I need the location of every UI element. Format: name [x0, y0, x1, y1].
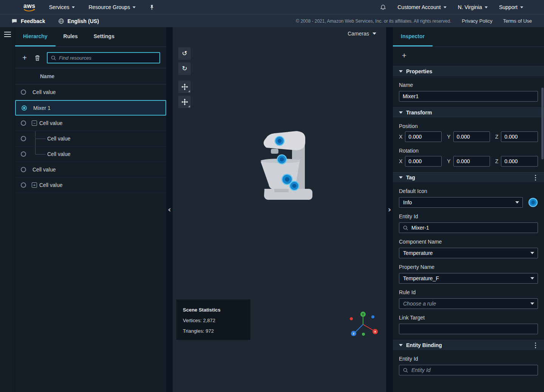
axis-neg-x-dot[interactable] [350, 317, 353, 320]
cameras-dropdown[interactable]: Cameras [348, 31, 376, 37]
menu-icon[interactable] [4, 32, 11, 39]
pan-tool-button[interactable] [178, 96, 191, 108]
default-icon-select[interactable]: Info [399, 197, 523, 208]
privacy-policy-link[interactable]: Privacy Policy [462, 18, 493, 24]
transform-section-header[interactable]: Transform [393, 107, 544, 117]
tree-row-child[interactable]: Cell value [15, 131, 166, 147]
rule-id-select[interactable]: Choose a rule [399, 298, 538, 309]
tab-inspector[interactable]: Inspector [393, 27, 433, 46]
tag-anchor-icon[interactable] [290, 181, 299, 190]
name-input[interactable] [399, 91, 538, 102]
link-target-input[interactable] [399, 324, 538, 334]
binding-entity-id-search[interactable] [399, 365, 538, 375]
tree-connector [35, 147, 36, 154]
position-inputs-row: X Y Z [399, 131, 538, 142]
radio-button[interactable] [21, 151, 26, 157]
axis-x-handle[interactable]: X [372, 329, 378, 334]
language-selector[interactable]: English (US) [58, 18, 99, 24]
component-name-select[interactable]: Temperature [399, 248, 538, 258]
collapse-right-panel-button[interactable]: › [388, 205, 391, 214]
position-x-input[interactable] [405, 131, 442, 142]
position-y-input[interactable] [453, 131, 490, 142]
tab-hierarchy[interactable]: Hierarchy [15, 27, 56, 46]
mixer-3d-model[interactable] [253, 128, 317, 204]
position-y-label: Y [447, 134, 450, 140]
entity-binding-menu-kebab-icon[interactable] [533, 342, 538, 348]
translate-tool-button[interactable] [178, 80, 191, 93]
notifications-bell-icon[interactable] [380, 4, 386, 11]
terms-of-use-link[interactable]: Terms of Use [503, 18, 532, 24]
inspector-scrollbar[interactable] [541, 88, 544, 159]
collapse-left-panel-button[interactable]: ‹ [168, 205, 171, 214]
nav-services[interactable]: Services [49, 4, 75, 10]
axis-neg-y-dot[interactable] [362, 333, 365, 336]
axis-neg-z-dot[interactable] [371, 315, 374, 318]
scene-3d-viewport[interactable]: Cameras ↺ ↻ [173, 27, 386, 392]
svg-text:Z: Z [353, 332, 355, 335]
tag-section-header[interactable]: Tag [393, 172, 544, 182]
tag-anchor-icon[interactable] [275, 136, 284, 145]
nav-account-menu[interactable]: Customer Account [397, 4, 446, 10]
svg-text:X: X [374, 330, 376, 333]
radio-button[interactable] [21, 182, 26, 188]
entity-binding-section-header[interactable]: Entity Binding [393, 340, 544, 350]
radio-button[interactable] [21, 120, 26, 126]
radio-button-checked[interactable] [22, 105, 27, 111]
tag-entity-id-input[interactable] [411, 225, 534, 231]
tree-row[interactable]: Cell value [15, 85, 166, 100]
scene-statistics-title: Scene Statistics [183, 307, 250, 313]
property-name-select[interactable]: Temperature_F [399, 273, 538, 284]
redo-button[interactable]: ↻ [178, 62, 191, 75]
binding-entity-id-input[interactable] [411, 367, 534, 373]
find-resources-search[interactable] [47, 52, 160, 63]
tag-entity-id-search[interactable] [399, 222, 538, 233]
tree-row[interactable]: + Cell value [15, 177, 166, 193]
nav-region-selector[interactable]: N. Virginia [458, 4, 488, 10]
nav-support-menu[interactable]: Support [499, 4, 523, 10]
main-area: Hierarchy Rules Settings + [0, 27, 544, 392]
tab-rules[interactable]: Rules [56, 27, 86, 46]
tree-row[interactable]: Cell value [15, 162, 166, 177]
tab-settings[interactable]: Settings [86, 27, 122, 46]
feedback-button[interactable]: Feedback [11, 18, 45, 24]
undo-button[interactable]: ↺ [178, 47, 191, 60]
secondary-bar-left: Feedback English (US) [0, 18, 99, 24]
top-nav-left: aws Services Resource Groups [0, 3, 155, 12]
copyright-text: © 2008 - 2021, Amazon Web Services, Inc.… [296, 19, 451, 24]
tree-row-selected[interactable]: Mixer 1 [15, 100, 166, 116]
position-z-input[interactable] [501, 131, 538, 142]
section-collapse-icon [399, 344, 403, 346]
radio-button[interactable] [21, 167, 26, 172]
axis-y-handle[interactable]: Y [360, 312, 366, 317]
aws-logo[interactable]: aws [23, 3, 36, 12]
axis-gizmo[interactable]: Y X Z [347, 311, 379, 339]
rotation-z-input[interactable] [501, 156, 538, 167]
delete-resource-button[interactable] [32, 52, 43, 63]
tag-menu-kebab-icon[interactable] [533, 174, 538, 181]
collapse-node-icon[interactable]: − [32, 120, 37, 126]
tree-row[interactable]: − Cell value [15, 116, 166, 131]
tag-anchor-icon[interactable] [277, 155, 286, 164]
radio-button[interactable] [21, 90, 26, 95]
add-component-button[interactable]: + [399, 51, 409, 60]
rotation-x-input[interactable] [405, 156, 442, 167]
radio-button[interactable] [21, 136, 26, 141]
expand-node-icon[interactable]: + [32, 182, 37, 188]
properties-section-header[interactable]: Properties [393, 66, 544, 76]
properties-section-title: Properties [406, 68, 432, 74]
pin-icon[interactable] [149, 5, 155, 10]
rotation-y-input[interactable] [453, 156, 490, 167]
default-icon-field: Default Icon [399, 188, 538, 194]
binding-entity-id-field: Entity Id [399, 356, 538, 375]
tree-row-child[interactable]: Cell value [15, 147, 166, 162]
find-resources-input[interactable] [59, 55, 156, 61]
nav-resource-groups[interactable]: Resource Groups [88, 4, 136, 10]
link-target-label: Link Target [399, 315, 538, 321]
component-name-value: Temperature [403, 250, 433, 256]
rotation-y-label: Y [447, 158, 450, 164]
add-resource-button[interactable]: + [19, 52, 30, 63]
property-name-label: Property Name [399, 264, 538, 270]
rule-id-label: Rule Id [399, 289, 538, 295]
axis-z-handle[interactable]: Z [351, 331, 356, 336]
tree-row-label: Cell value [32, 167, 56, 173]
